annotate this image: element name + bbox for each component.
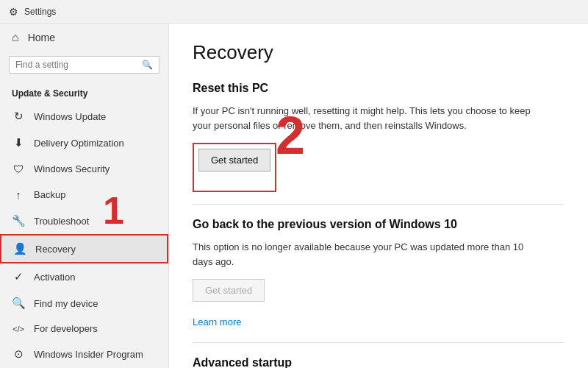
sidebar: ⌂ Home 🔍 Update & Security ↻ Windows Upd… bbox=[0, 24, 169, 368]
go-back-desc: This option is no longer available becau… bbox=[193, 240, 545, 269]
developers-icon: </> bbox=[12, 325, 25, 333]
sidebar-item-recovery[interactable]: 👤 Recovery bbox=[0, 234, 168, 263]
search-icon: 🔍 bbox=[142, 60, 153, 70]
section-advanced-startup: Advanced startup Start up from a device … bbox=[193, 356, 564, 368]
sidebar-item-windows-insider[interactable]: ⊙ Windows Insider Program bbox=[0, 341, 168, 367]
sidebar-item-label: Windows Insider Program bbox=[34, 349, 143, 360]
settings-icon: ⚙ bbox=[9, 6, 18, 18]
learn-more-link[interactable]: Learn more bbox=[193, 316, 564, 328]
sidebar-item-find-my-device[interactable]: 🔍 Find my device bbox=[0, 290, 168, 316]
go-back-get-started-button: Get started bbox=[193, 279, 265, 302]
sidebar-item-label: Delivery Optimization bbox=[34, 138, 124, 149]
main-content: Recovery Reset this PC If your PC isn't … bbox=[169, 24, 588, 368]
titlebar-title: Settings bbox=[24, 7, 56, 17]
search-input[interactable] bbox=[15, 60, 142, 70]
titlebar: ⚙ Settings bbox=[0, 0, 588, 24]
windows-insider-icon: ⊙ bbox=[12, 347, 25, 361]
sidebar-item-troubleshoot[interactable]: 🔧 Troubleshoot bbox=[0, 208, 168, 234]
page-title: Recovery bbox=[193, 41, 564, 64]
sidebar-item-windows-security[interactable]: 🛡 Windows Security bbox=[0, 156, 168, 182]
find-device-icon: 🔍 bbox=[12, 297, 25, 310]
go-back-title: Go back to the previous version of Windo… bbox=[193, 218, 564, 231]
sidebar-item-windows-update[interactable]: ↻ Windows Update bbox=[0, 103, 168, 130]
sidebar-item-for-developers[interactable]: </> For developers bbox=[0, 316, 168, 341]
sidebar-item-label: Recovery bbox=[35, 244, 76, 255]
sidebar-item-label: For developers bbox=[34, 323, 98, 334]
sidebar-item-label: Find my device bbox=[34, 298, 98, 309]
sidebar-search-box[interactable]: 🔍 bbox=[9, 56, 159, 74]
sidebar-item-label: Backup bbox=[34, 189, 65, 200]
sidebar-item-label: Activation bbox=[34, 272, 75, 283]
sidebar-home-label: Home bbox=[28, 32, 55, 43]
advanced-startup-title: Advanced startup bbox=[193, 356, 564, 368]
sidebar-item-label: Troubleshoot bbox=[34, 216, 89, 227]
sidebar-item-delivery-optimization[interactable]: ⬇ Delivery Optimization bbox=[0, 130, 168, 156]
divider-2 bbox=[193, 342, 564, 343]
activation-icon: ✓ bbox=[12, 270, 25, 283]
reset-pc-get-started-button[interactable]: Get started bbox=[198, 149, 270, 171]
home-icon: ⌂ bbox=[12, 31, 19, 44]
section-go-back: Go back to the previous version of Windo… bbox=[193, 218, 564, 328]
section-reset-pc: Reset this PC If your PC isn't running w… bbox=[193, 82, 564, 197]
sidebar-item-home[interactable]: ⌂ Home bbox=[0, 24, 168, 52]
sidebar-item-label: Windows Update bbox=[34, 111, 106, 122]
backup-icon: ↑ bbox=[12, 188, 25, 201]
get-started-box: Get started bbox=[193, 143, 276, 192]
troubleshoot-icon: 🔧 bbox=[12, 214, 25, 227]
reset-pc-title: Reset this PC bbox=[193, 82, 564, 95]
delivery-optimization-icon: ⬇ bbox=[12, 136, 25, 149]
sidebar-item-label: Windows Security bbox=[34, 163, 110, 174]
windows-update-icon: ↻ bbox=[12, 110, 25, 123]
sidebar-item-backup[interactable]: ↑ Backup bbox=[0, 182, 168, 208]
sidebar-item-activation[interactable]: ✓ Activation bbox=[0, 263, 168, 290]
divider-1 bbox=[193, 204, 564, 205]
windows-security-icon: 🛡 bbox=[12, 163, 25, 175]
recovery-icon: 👤 bbox=[13, 242, 26, 255]
reset-pc-desc: If your PC isn't running well, resetting… bbox=[193, 104, 545, 132]
sidebar-section-title: Update & Security bbox=[0, 82, 168, 103]
